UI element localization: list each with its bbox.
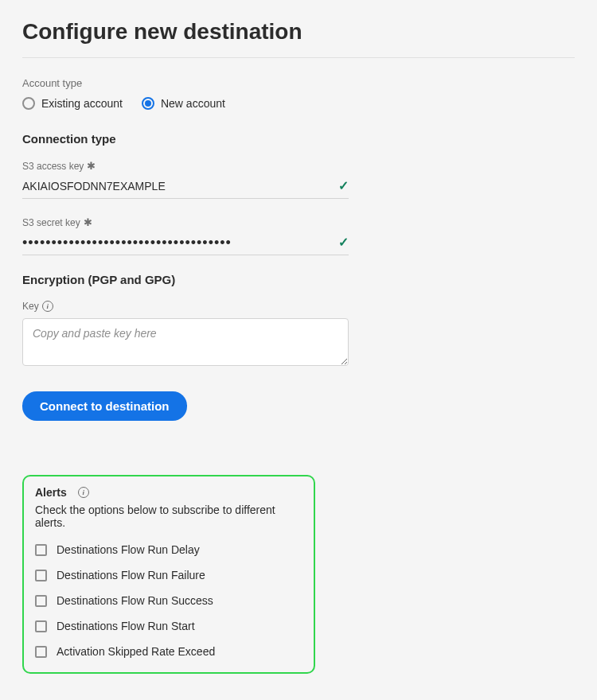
field-value: •••••••••••••••••••••••••••••••••••• (22, 237, 338, 248)
account-type-label: Account type (22, 77, 575, 89)
alert-option-activation-skipped-rate[interactable]: Activation Skipped Rate Exceed (35, 645, 302, 658)
alerts-header: Alerts i (35, 486, 302, 499)
radio-label: New account (161, 97, 225, 110)
radio-existing-account[interactable]: Existing account (22, 97, 123, 110)
info-icon[interactable]: i (42, 301, 53, 312)
checkmark-icon: ✓ (338, 235, 349, 250)
checkbox-icon (35, 570, 47, 581)
alert-option-flow-run-start[interactable]: Destinations Flow Run Start (35, 620, 302, 632)
alert-option-flow-run-failure[interactable]: Destinations Flow Run Failure (35, 569, 302, 581)
checkbox-icon (35, 620, 47, 632)
required-asterisk-icon: ✱ (87, 160, 96, 172)
alerts-title: Alerts (35, 486, 67, 499)
s3-access-key-field: S3 access key ✱ AKIAIOSFODNN7EXAMPLE ✓ (22, 160, 349, 199)
s3-access-key-input[interactable]: AKIAIOSFODNN7EXAMPLE ✓ (22, 178, 349, 199)
field-value: AKIAIOSFODNN7EXAMPLE (22, 180, 338, 192)
s3-secret-key-input[interactable]: •••••••••••••••••••••••••••••••••••• ✓ (22, 235, 349, 255)
s3-secret-key-field: S3 secret key ✱ ••••••••••••••••••••••••… (22, 216, 349, 255)
label-text: Key (22, 301, 39, 312)
key-field-label: Key i (22, 301, 575, 312)
checkbox-icon (35, 544, 47, 556)
radio-icon (22, 97, 35, 110)
label-text: S3 secret key (22, 217, 80, 228)
alert-option-flow-run-success[interactable]: Destinations Flow Run Success (35, 594, 302, 607)
alert-label: Destinations Flow Run Failure (57, 569, 205, 581)
alerts-panel: Alerts i Check the options below to subs… (22, 475, 315, 674)
radio-label: Existing account (41, 97, 123, 110)
encryption-key-input[interactable] (22, 318, 349, 366)
field-label: S3 secret key ✱ (22, 216, 349, 228)
connect-to-destination-button[interactable]: Connect to destination (22, 391, 187, 421)
checkmark-icon: ✓ (338, 178, 349, 193)
alert-label: Activation Skipped Rate Exceed (57, 645, 215, 658)
account-type-radio-group: Existing account New account (22, 97, 575, 110)
alert-label: Destinations Flow Run Success (57, 594, 213, 607)
page-title: Configure new destination (22, 19, 575, 45)
label-text: S3 access key (22, 161, 84, 172)
encryption-heading: Encryption (PGP and GPG) (22, 273, 575, 286)
radio-icon (142, 97, 154, 110)
connection-type-heading: Connection type (22, 132, 575, 146)
radio-new-account[interactable]: New account (142, 97, 225, 110)
required-asterisk-icon: ✱ (84, 216, 92, 228)
title-divider (22, 57, 575, 58)
checkbox-icon (35, 595, 47, 607)
alert-label: Destinations Flow Run Start (57, 620, 195, 632)
checkbox-icon (35, 646, 47, 658)
field-label: S3 access key ✱ (22, 160, 349, 172)
alert-option-flow-run-delay[interactable]: Destinations Flow Run Delay (35, 543, 302, 556)
key-textarea-wrapper (22, 318, 349, 369)
alert-label: Destinations Flow Run Delay (57, 543, 200, 556)
info-icon[interactable]: i (78, 487, 89, 498)
alerts-description: Check the options below to subscribe to … (35, 504, 302, 529)
